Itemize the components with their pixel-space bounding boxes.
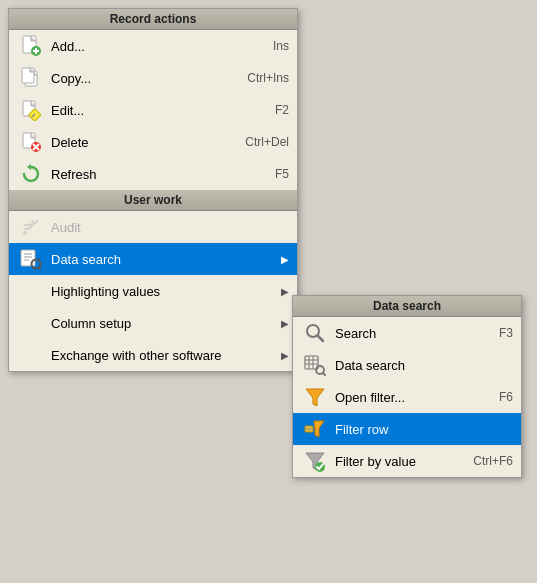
open-filter-shortcut: F6 <box>499 390 513 404</box>
svg-rect-23 <box>305 356 318 369</box>
menu-item-exchange[interactable]: Exchange with other software ▶ <box>9 339 297 371</box>
menu-item-refresh[interactable]: Refresh F5 <box>9 158 297 190</box>
filter-by-value-label: Filter by value <box>335 454 473 469</box>
add-shortcut: Ins <box>273 39 289 53</box>
menu-item-copy[interactable]: Copy... Ctrl+Ins <box>9 62 297 94</box>
data-search-arrow: ▶ <box>281 254 289 265</box>
edit-label: Edit... <box>51 103 275 118</box>
menu-item-edit[interactable]: Edit... F2 <box>9 94 297 126</box>
filter-check-icon <box>301 449 329 473</box>
data-search-icon <box>17 247 45 271</box>
svg-rect-15 <box>21 250 35 266</box>
svg-line-20 <box>39 267 41 269</box>
menu-item-delete[interactable]: Delete Ctrl+Del <box>9 126 297 158</box>
filter-by-value-shortcut: Ctrl+F6 <box>473 454 513 468</box>
record-actions-header: Record actions <box>9 9 297 30</box>
delete-shortcut: Ctrl+Del <box>245 135 289 149</box>
search-shortcut: F3 <box>499 326 513 340</box>
menu-item-audit[interactable]: Audit <box>9 211 297 243</box>
main-menu: Record actions Add... Ins Copy... Ctrl <box>8 8 298 372</box>
svg-line-22 <box>318 336 324 342</box>
copy-shortcut: Ctrl+Ins <box>247 71 289 85</box>
column-setup-label: Column setup <box>51 316 275 331</box>
delete-label: Delete <box>51 135 245 150</box>
magnify-icon <box>301 321 329 345</box>
menu-item-add[interactable]: Add... Ins <box>9 30 297 62</box>
highlighting-icon <box>17 279 45 303</box>
submenu-item-open-filter[interactable]: Open filter... F6 <box>293 381 521 413</box>
svg-point-14 <box>23 231 27 235</box>
audit-label: Audit <box>51 220 289 235</box>
edit-shortcut: F2 <box>275 103 289 117</box>
delete-doc-icon <box>17 130 45 154</box>
copy-doc-icon <box>17 66 45 90</box>
exchange-icon <box>17 343 45 367</box>
submenu-data-search: Data search Search F3 Data search <box>292 295 522 478</box>
highlighting-arrow: ▶ <box>281 286 289 297</box>
add-doc-icon <box>17 34 45 58</box>
exchange-label: Exchange with other software <box>51 348 275 363</box>
user-work-header: User work <box>9 190 297 211</box>
add-label: Add... <box>51 39 273 54</box>
submenu-item-data-search[interactable]: Data search <box>293 349 521 381</box>
refresh-label: Refresh <box>51 167 275 182</box>
column-setup-icon <box>17 311 45 335</box>
menu-item-column-setup[interactable]: Column setup ▶ <box>9 307 297 339</box>
menu-item-data-search[interactable]: Data search ▶ <box>9 243 297 275</box>
filter-row-label: Filter row <box>335 422 513 437</box>
svg-line-29 <box>323 373 325 375</box>
magnify-grid-icon <box>301 353 329 377</box>
open-filter-label: Open filter... <box>335 390 499 405</box>
exchange-arrow: ▶ <box>281 350 289 361</box>
data-search-sub-label: Data search <box>335 358 513 373</box>
filter-funnel-icon <box>301 385 329 409</box>
submenu-item-filter-row[interactable]: Filter row <box>293 413 521 445</box>
refresh-icon <box>17 162 45 186</box>
search-label: Search <box>335 326 499 341</box>
svg-marker-32 <box>314 421 324 437</box>
menu-item-highlighting[interactable]: Highlighting values ▶ <box>9 275 297 307</box>
rss-icon <box>17 215 45 239</box>
edit-doc-icon <box>17 98 45 122</box>
submenu-item-filter-by-value[interactable]: Filter by value Ctrl+F6 <box>293 445 521 477</box>
highlighting-label: Highlighting values <box>51 284 275 299</box>
refresh-shortcut: F5 <box>275 167 289 181</box>
copy-label: Copy... <box>51 71 247 86</box>
data-search-label: Data search <box>51 252 275 267</box>
filter-row-icon <box>301 417 329 441</box>
submenu-item-search[interactable]: Search F3 <box>293 317 521 349</box>
submenu-header: Data search <box>293 296 521 317</box>
column-setup-arrow: ▶ <box>281 318 289 329</box>
svg-marker-13 <box>27 164 31 170</box>
svg-marker-30 <box>306 389 324 406</box>
